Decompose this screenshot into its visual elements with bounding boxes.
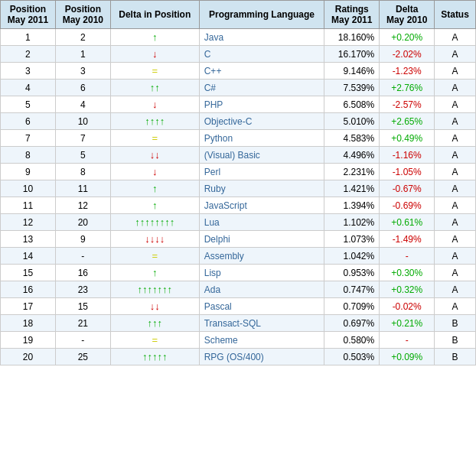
cell-language: Transact-SQL (199, 315, 324, 332)
cell-rating: 1.073% (324, 231, 380, 248)
cell-language: JavaScript (199, 197, 324, 214)
table-row: 12 20 ↑↑↑↑↑↑↑↑ Lua 1.102% +0.61% A (1, 214, 476, 231)
cell-delta-rating: - (380, 248, 435, 265)
cell-rating: 0.697% (324, 315, 380, 332)
cell-delta-arrows: ↑ (110, 265, 199, 281)
table-row: 16 23 ↑↑↑↑↑↑↑ Ada 0.747% +0.32% A (1, 281, 476, 298)
cell-status: B (435, 315, 476, 332)
cell-status: A (435, 164, 476, 180)
table-row: 14 - = Assembly 1.042% - A (1, 248, 476, 265)
cell-status: A (435, 214, 476, 231)
cell-rating: 2.231% (324, 164, 380, 180)
cell-status: A (435, 96, 476, 113)
cell-status: A (435, 281, 476, 298)
cell-rating: 1.421% (324, 180, 380, 197)
cell-status: B (435, 332, 476, 349)
cell-pos-2010: 23 (55, 281, 110, 298)
cell-rating: 18.160% (324, 29, 380, 46)
cell-pos-2010: 12 (55, 197, 110, 214)
cell-delta-arrows: ↑↑↑↑↑ (110, 349, 199, 365)
cell-language: (Visual) Basic (199, 147, 324, 164)
cell-delta-rating: +0.20% (380, 29, 435, 46)
cell-delta-arrows: ↑↑↑↑↑↑↑ (110, 281, 199, 298)
cell-status: A (435, 113, 476, 130)
cell-pos-2010: - (55, 248, 110, 265)
cell-status: A (435, 265, 476, 281)
cell-delta-arrows: ↑ (110, 180, 199, 197)
cell-delta-rating: -2.02% (380, 46, 435, 63)
table-row: 2 1 ↓ C 16.170% -2.02% A (1, 46, 476, 63)
table-row: 10 11 ↑ Ruby 1.421% -0.67% A (1, 180, 476, 197)
cell-rating: 1.102% (324, 214, 380, 231)
cell-delta-rating: +0.32% (380, 281, 435, 298)
cell-pos-2011: 15 (1, 265, 56, 281)
cell-pos-2010: 15 (55, 298, 110, 315)
table-row: 6 10 ↑↑↑↑ Objective-C 5.010% +2.65% A (1, 113, 476, 130)
cell-delta-arrows: ↓ (110, 46, 199, 63)
cell-language: Lua (199, 214, 324, 231)
cell-pos-2011: 20 (1, 349, 56, 365)
cell-pos-2011: 10 (1, 180, 56, 197)
cell-pos-2010: 1 (55, 46, 110, 63)
cell-rating: 0.580% (324, 332, 380, 349)
table-row: 1 2 ↑ Java 18.160% +0.20% A (1, 29, 476, 46)
cell-delta-rating: -0.02% (380, 298, 435, 315)
header-language: Programming Language (199, 1, 324, 29)
cell-language: RPG (OS/400) (199, 349, 324, 365)
cell-delta-rating: -0.69% (380, 197, 435, 214)
cell-delta-arrows: ↓ (110, 164, 199, 180)
cell-pos-2011: 1 (1, 29, 56, 46)
cell-language: Lisp (199, 265, 324, 281)
cell-pos-2010: 25 (55, 349, 110, 365)
cell-status: A (435, 180, 476, 197)
cell-pos-2011: 16 (1, 281, 56, 298)
cell-status: A (435, 130, 476, 147)
cell-pos-2010: - (55, 332, 110, 349)
cell-pos-2011: 19 (1, 332, 56, 349)
header-pos-2010: PositionMay 2010 (55, 1, 110, 29)
table-row: 7 7 = Python 4.583% +0.49% A (1, 130, 476, 147)
cell-status: A (435, 80, 476, 96)
cell-rating: 4.496% (324, 147, 380, 164)
table-row: 15 16 ↑ Lisp 0.953% +0.30% A (1, 265, 476, 281)
cell-language: Java (199, 29, 324, 46)
cell-delta-arrows: = (110, 130, 199, 147)
cell-status: A (435, 197, 476, 214)
cell-status: B (435, 349, 476, 365)
table-row: 3 3 = C++ 9.146% -1.23% A (1, 63, 476, 80)
cell-rating: 16.170% (324, 46, 380, 63)
cell-pos-2011: 14 (1, 248, 56, 265)
cell-pos-2010: 7 (55, 130, 110, 147)
cell-pos-2011: 4 (1, 80, 56, 96)
cell-rating: 7.539% (324, 80, 380, 96)
cell-delta-arrows: ↓↓ (110, 298, 199, 315)
cell-language: Pascal (199, 298, 324, 315)
cell-language: Delphi (199, 231, 324, 248)
cell-language: Python (199, 130, 324, 147)
cell-delta-arrows: = (110, 63, 199, 80)
header-status: Status (435, 1, 476, 29)
cell-rating: 0.747% (324, 281, 380, 298)
cell-delta-rating: - (380, 332, 435, 349)
header-pos-2011: PositionMay 2011 (1, 1, 56, 29)
header-delta-pos: Delta in Position (110, 1, 199, 29)
table-row: 4 6 ↑↑ C# 7.539% +2.76% A (1, 80, 476, 96)
cell-delta-rating: -0.67% (380, 180, 435, 197)
cell-delta-rating: +0.09% (380, 349, 435, 365)
cell-status: A (435, 298, 476, 315)
cell-delta-rating: -1.05% (380, 164, 435, 180)
cell-language: Perl (199, 164, 324, 180)
cell-pos-2010: 11 (55, 180, 110, 197)
cell-language: PHP (199, 96, 324, 113)
cell-pos-2010: 3 (55, 63, 110, 80)
cell-delta-arrows: ↓↓↓↓ (110, 231, 199, 248)
cell-delta-rating: +0.49% (380, 130, 435, 147)
table-row: 5 4 ↓ PHP 6.508% -2.57% A (1, 96, 476, 113)
table-row: 17 15 ↓↓ Pascal 0.709% -0.02% A (1, 298, 476, 315)
cell-language: C# (199, 80, 324, 96)
cell-rating: 0.503% (324, 349, 380, 365)
cell-delta-rating: +2.76% (380, 80, 435, 96)
cell-delta-arrows: ↑ (110, 197, 199, 214)
cell-pos-2010: 2 (55, 29, 110, 46)
cell-language: Scheme (199, 332, 324, 349)
